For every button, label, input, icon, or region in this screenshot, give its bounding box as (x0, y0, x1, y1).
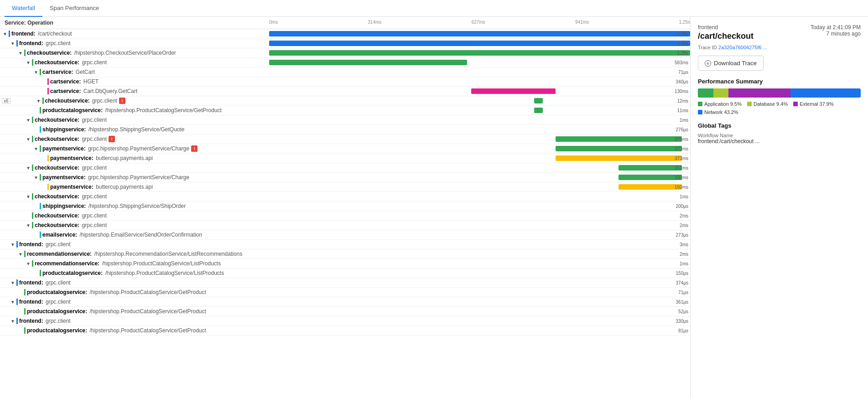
service-name: checkoutservice: (35, 117, 79, 123)
service-name: productcatalogservice: (42, 270, 103, 276)
table-row[interactable]: ▼ frontend: grpc.client 374μs (0, 278, 690, 288)
row-label-inner: ▼ frontend: grpc.client (0, 40, 71, 47)
expand-button[interactable]: ▼ (25, 165, 31, 171)
expand-button[interactable]: ▼ (36, 98, 42, 104)
row-label-inner: shippingservice: /hipstershop.ShippingSe… (0, 203, 186, 209)
table-row[interactable]: productcatalogservice: /hipstershop.Prod… (0, 288, 690, 297)
service-name: cartservice: (50, 88, 81, 94)
table-row[interactable]: x6 ▼ checkoutservice: grpc.client ! 12ms (0, 96, 690, 106)
table-row[interactable]: ▼ checkoutservice: grpc.client 1ms (0, 192, 690, 202)
expand-button[interactable]: ▼ (17, 251, 24, 257)
span-bar (556, 136, 682, 142)
expand-button[interactable]: ▼ (25, 59, 31, 66)
span-bar (471, 88, 556, 94)
service-op: /hipstershop.ProductCatalogService/GetPr… (105, 107, 221, 114)
left-bar (9, 31, 10, 37)
service-name: checkoutservice: (35, 165, 79, 171)
table-row[interactable]: productcatalogservice: /hipstershop.Prod… (0, 269, 690, 278)
table-row[interactable]: ▼ frontend: grpc.client 1.25s (0, 39, 690, 48)
table-row[interactable]: ▼ frontend: /cart/checkout 1.25s (0, 29, 690, 39)
table-row[interactable]: shippingservice: /hipstershop.ShippingSe… (0, 125, 690, 134)
span-bar (556, 146, 682, 151)
row-label-inner: ▼ frontend: grpc.client (0, 241, 71, 248)
legend-dot (698, 110, 702, 114)
row-label: ▼ checkoutservice: /hipstershop.Checkout… (0, 49, 269, 57)
download-trace-button[interactable]: Download Trace (698, 56, 764, 71)
service-op: /hipstershop.ProductCatalogService/GetPr… (89, 327, 206, 334)
service-name: paymentservice: (42, 174, 86, 181)
legend-dot (793, 102, 798, 106)
table-row[interactable]: emailservice: /hipstershop.EmailService/… (0, 230, 690, 240)
table-row[interactable]: ▼ paymentservice: grpc.hipstershop.Payme… (0, 144, 690, 154)
left-bar (32, 165, 33, 171)
table-row[interactable]: ▼ recommendationservice: /hipstershop.Re… (0, 249, 690, 259)
table-row[interactable]: ▼ checkoutservice: /hipstershop.Checkout… (0, 48, 690, 58)
expand-button[interactable]: ▼ (10, 279, 16, 286)
row-label-inner: ▼ recommendationservice: /hipstershop.Pr… (0, 260, 221, 267)
table-row[interactable]: checkoutservice: grpc.client 2ms (0, 211, 690, 221)
table-row[interactable]: ▼ checkoutservice: grpc.client 1ms (0, 115, 690, 125)
row-timeline: 71μs (269, 67, 690, 77)
expand-button[interactable]: ▼ (33, 174, 39, 181)
expand-button[interactable]: ▼ (25, 136, 31, 142)
left-bar (16, 318, 18, 324)
expand-button[interactable]: ▼ (25, 260, 31, 267)
table-row[interactable]: paymentservice: buttercup.payments.api 1… (0, 182, 690, 192)
duration-label: 1.25s (677, 51, 690, 56)
table-row[interactable]: cartservice: Cart.DbQuery.GetCart 130ms (0, 87, 690, 96)
expand-button[interactable]: ▼ (25, 193, 31, 200)
row-label-inner: ▼ paymentservice: grpc.hipstershop.Payme… (0, 174, 189, 181)
duration-label: 2ms (680, 252, 690, 257)
service-name: productcatalogservice: (27, 327, 87, 334)
service-op: grpc.client (82, 222, 107, 228)
table-row[interactable]: ▼ checkoutservice: grpc.client ! 375ms (0, 134, 690, 144)
table-row[interactable]: ▼ recommendationservice: /hipstershop.Pr… (0, 259, 690, 269)
table-row[interactable]: ▼ frontend: grpc.client 361μs (0, 297, 690, 307)
rp-path: /cart/checkout (698, 31, 754, 41)
span-bar (534, 98, 542, 103)
service-name: paymentservice: (50, 184, 94, 190)
tick-2: 627ms (472, 20, 485, 25)
row-label: cartservice: HGET (0, 78, 269, 86)
table-row[interactable]: cartservice: HGET 340μs (0, 77, 690, 87)
table-row[interactable]: ▼ cartservice: GetCart 71μs (0, 67, 690, 77)
tab-waterfall[interactable]: Waterfall (5, 0, 42, 17)
error-badge: ! (191, 145, 198, 152)
table-row[interactable]: paymentservice: buttercup.payments.api 3… (0, 154, 690, 163)
expand-button[interactable]: ▼ (10, 299, 16, 305)
expand-button[interactable]: ▼ (10, 318, 16, 324)
table-row[interactable]: ▼ paymentservice: grpc.hipstershop.Payme… (0, 173, 690, 182)
row-label-inner: ▼ checkoutservice: grpc.client ! (0, 136, 116, 142)
expand-button[interactable]: ▼ (25, 222, 31, 228)
expand-button[interactable]: ▼ (17, 50, 24, 56)
row-label: cartservice: Cart.DbQuery.GetCart (0, 87, 269, 95)
duration-label: 52μs (678, 309, 690, 314)
row-label-inner: productcatalogservice: /hipstershop.Prod… (0, 308, 206, 315)
row-timeline: 374μs (269, 278, 690, 287)
row-label: ▼ checkoutservice: grpc.client (0, 164, 269, 172)
table-row[interactable]: ▼ frontend: grpc.client 330μs (0, 316, 690, 326)
expand-button[interactable]: ▼ (10, 241, 16, 248)
tab-span-performance[interactable]: Span Performance (42, 0, 106, 17)
table-row[interactable]: ▼ checkoutservice: grpc.client 151ms (0, 163, 690, 173)
expand-button[interactable]: ▼ (2, 31, 8, 37)
duration-label: 150ms (675, 175, 690, 180)
table-row[interactable]: ▼ checkoutservice: grpc.client 2ms (0, 221, 690, 230)
expand-button[interactable]: ▼ (25, 117, 31, 123)
legend-item-application: Application 9.5% (698, 101, 742, 107)
row-label: ▼ checkoutservice: grpc.client (0, 58, 269, 67)
expand-button[interactable]: ▼ (10, 40, 16, 47)
duration-label: 374μs (676, 280, 690, 285)
table-row[interactable]: ▼ frontend: grpc.client 3ms (0, 240, 690, 249)
table-row[interactable]: productcatalogservice: /hipstershop.Prod… (0, 307, 690, 316)
table-row[interactable]: productcatalogservice: /hipstershop.Prod… (0, 326, 690, 336)
expand-button[interactable]: ▼ (33, 145, 39, 152)
service-op: grpc.client (82, 165, 107, 171)
row-timeline: 71μs (269, 288, 690, 297)
row-timeline: 2ms (269, 211, 690, 220)
expand-button[interactable]: ▼ (33, 69, 39, 75)
left-bar (47, 184, 49, 190)
table-row[interactable]: shippingservice: /hipstershop.ShippingSe… (0, 202, 690, 211)
table-row[interactable]: productcatalogservice: /hipstershop.Prod… (0, 106, 690, 115)
table-row[interactable]: ▼ checkoutservice: grpc.client 583ms (0, 58, 690, 67)
